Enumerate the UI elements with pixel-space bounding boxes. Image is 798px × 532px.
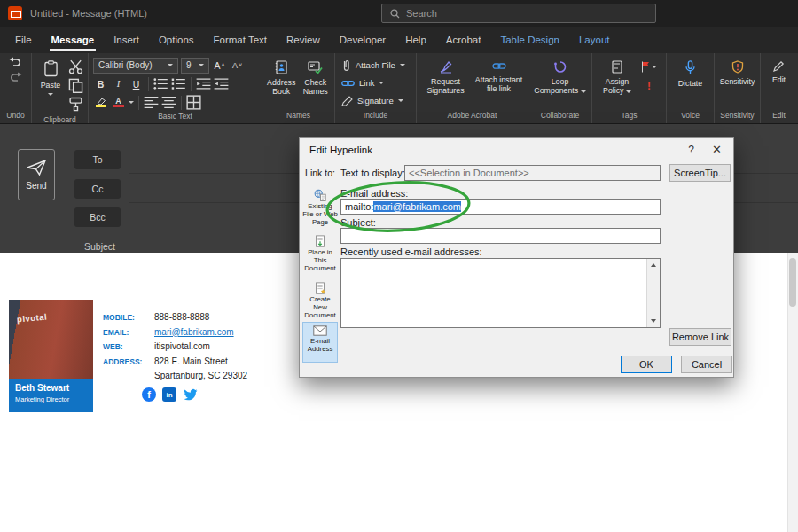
to-button[interactable]: To [74, 150, 121, 169]
contact-row: ADDRESS:828 E. Main Street [103, 356, 247, 366]
group-adobe-acrobat: Request Signatures Attach instant file l… [417, 53, 528, 123]
group-label-names: Names [262, 110, 334, 123]
tab-acrobat[interactable]: Acrobat [436, 27, 491, 53]
contact-value: 828 E. Main Street [154, 356, 228, 366]
scroll-up-icon[interactable] [651, 263, 656, 267]
check-names-button[interactable]: Check Names [300, 57, 332, 110]
send-plane-icon [27, 160, 46, 176]
signature-button[interactable]: Signature [338, 92, 413, 109]
align-center-icon[interactable] [161, 95, 176, 110]
twitter-icon[interactable] [183, 388, 198, 402]
tab-review[interactable]: Review [277, 27, 330, 53]
borders-icon[interactable] [186, 95, 201, 110]
dialog-help-button[interactable]: ? [688, 144, 694, 156]
bold-button[interactable]: B [93, 76, 108, 91]
link-label: Link [359, 78, 374, 88]
text-to-display-value: <<Selection in Document>> [409, 168, 529, 178]
font-color-button[interactable]: A [111, 95, 126, 110]
bullet-list-icon[interactable] [153, 76, 168, 91]
remove-link-button[interactable]: Remove Link [669, 328, 732, 346]
facebook-icon[interactable]: f [142, 387, 156, 402]
request-signatures-button[interactable]: Request Signatures [421, 57, 471, 110]
dictate-button[interactable]: Dictate [670, 57, 711, 110]
request-signatures-label: Request Signatures [421, 77, 471, 95]
send-button[interactable]: Send [18, 149, 55, 200]
tab-message[interactable]: Message [42, 27, 105, 53]
copy-icon[interactable] [68, 78, 83, 93]
search-box[interactable]: Search [381, 4, 656, 23]
contact-row: MOBILE:888-888-8888 [103, 312, 247, 322]
format-painter-icon[interactable] [68, 97, 83, 112]
recent-addresses-listbox[interactable] [340, 258, 661, 328]
separator [181, 96, 182, 110]
font-size-select[interactable]: 9 [181, 58, 209, 74]
listbox-scrollbar[interactable] [646, 259, 660, 327]
italic-button[interactable]: I [111, 76, 126, 91]
attach-instant-file-link-button[interactable]: Attach instant file link [474, 57, 524, 110]
address-book-button[interactable]: Address Book [265, 57, 298, 110]
increase-indent-icon[interactable] [214, 76, 229, 91]
tab-layout[interactable]: Layout [569, 27, 620, 53]
vertical-scrollbar[interactable] [787, 253, 798, 532]
group-edit: Edit Edit [761, 53, 797, 123]
bcc-button[interactable]: Bcc [74, 207, 121, 227]
edit-button[interactable]: Edit [763, 57, 794, 110]
sensitivity-button[interactable]: Sensitivity [717, 57, 757, 110]
redo-icon[interactable] [9, 72, 22, 82]
request-signatures-icon [439, 60, 453, 74]
email-address-icon [313, 325, 327, 336]
cancel-button[interactable]: Cancel [681, 356, 732, 373]
numbered-list-icon[interactable] [171, 76, 186, 91]
grow-font-button[interactable]: A˄ [212, 58, 227, 73]
sidebar-item-create-new-document[interactable]: Create New Document [302, 279, 338, 320]
instant-file-link-icon [492, 60, 506, 72]
dialog-close-button[interactable]: ✕ [712, 143, 722, 156]
sidebar-item-email-address[interactable]: E-mail Address [302, 322, 338, 363]
link-button[interactable]: Link [338, 74, 413, 91]
ok-button[interactable]: OK [621, 356, 672, 373]
cut-icon[interactable] [68, 59, 83, 74]
scroll-down-icon[interactable] [651, 319, 656, 323]
dialog-title: Edit Hyperlink [309, 145, 372, 155]
email-link[interactable]: mari@fabrikam.com [154, 327, 234, 337]
sidebar-item-place-in-document[interactable]: Place in This Document [302, 232, 338, 273]
follow-up-flag-button[interactable] [641, 59, 657, 74]
search-icon [390, 9, 400, 19]
group-label-adobe-acrobat: Adobe Acrobat [417, 110, 528, 123]
loop-components-button[interactable]: Loop Components [533, 57, 588, 110]
contact-row: Spartanburg, SC 29302 [103, 371, 247, 380]
undo-icon[interactable] [9, 57, 22, 67]
underline-button[interactable]: U [129, 76, 144, 91]
tab-options[interactable]: Options [149, 27, 204, 53]
align-left-icon[interactable] [144, 95, 159, 110]
tab-insert[interactable]: Insert [104, 27, 149, 53]
paste-button[interactable]: Paste [35, 57, 66, 114]
sidebar-item-existing-file[interactable]: Existing File or Web Page [302, 186, 338, 227]
ribbon-tabs: File Message Insert Options Format Text … [0, 27, 798, 53]
separator [148, 77, 149, 91]
tab-developer[interactable]: Developer [330, 27, 395, 53]
contact-label: EMAIL: [103, 327, 154, 337]
tab-format-text[interactable]: Format Text [204, 27, 278, 53]
high-importance-button[interactable]: ! [641, 78, 657, 93]
email-address-input[interactable]: mailto:mari@fabrikam.com [340, 199, 661, 215]
screentip-button[interactable]: ScreenTip... [669, 164, 731, 182]
decrease-indent-icon[interactable] [196, 76, 211, 91]
text-highlight-button[interactable] [93, 95, 108, 110]
cc-button[interactable]: Cc [74, 179, 121, 199]
check-names-label: Check Names [300, 78, 332, 96]
ribbon: Undo Paste Clipboard [0, 53, 798, 124]
signature-pen-icon [341, 96, 353, 106]
attach-file-button[interactable]: Attach File [338, 57, 413, 74]
linkedin-icon[interactable]: in [162, 387, 176, 402]
tab-table-design[interactable]: Table Design [490, 27, 568, 53]
photo-brand-text: pivotal [17, 312, 48, 325]
font-name-select[interactable]: Calibri (Body) [93, 58, 178, 74]
shrink-font-button[interactable]: A˅ [230, 58, 245, 73]
assign-policy-button[interactable]: Assign Policy [595, 57, 639, 110]
tab-help[interactable]: Help [395, 27, 436, 53]
tab-file[interactable]: File [5, 27, 42, 53]
subject-input[interactable] [340, 228, 661, 244]
text-to-display-input[interactable]: <<Selection in Document>> [404, 165, 661, 181]
scrollbar-thumb[interactable] [789, 258, 796, 307]
